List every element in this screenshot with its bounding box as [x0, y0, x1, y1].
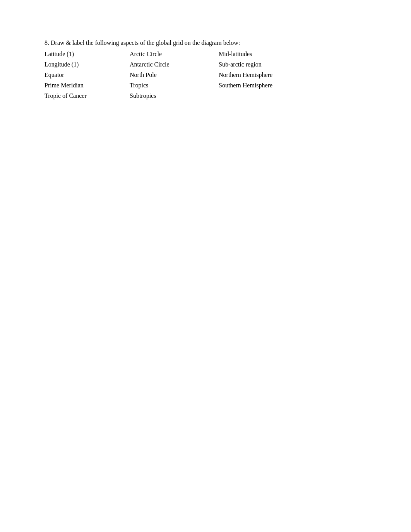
list-item: Northern Hemisphere: [219, 70, 319, 80]
list-item: Arctic Circle: [130, 49, 219, 59]
list-item: Tropic of Cancer: [45, 91, 130, 101]
list-item: Subtropics: [130, 91, 219, 101]
column-2: Arctic CircleAntarctic CircleNorth PoleT…: [130, 49, 219, 101]
list-item: Mid-latitudes: [219, 49, 319, 59]
column-3: Mid-latitudesSub-arctic regionNorthern H…: [219, 49, 319, 101]
list-item: Latitude (1): [45, 49, 130, 59]
list-item: Prime Meridian: [45, 81, 130, 90]
list-item: Tropics: [130, 81, 219, 90]
list-item: Sub-arctic region: [219, 60, 319, 70]
list-item: North Pole: [130, 70, 219, 80]
items-grid: Latitude (1)Longitude (1)EquatorPrime Me…: [45, 49, 366, 101]
list-item: Southern Hemisphere: [219, 81, 319, 90]
page-content: 8. Draw & label the following aspects of…: [0, 0, 411, 124]
list-item: Antarctic Circle: [130, 60, 219, 70]
list-item: Equator: [45, 70, 130, 80]
list-item: Longitude (1): [45, 60, 130, 70]
instruction-text: 8. Draw & label the following aspects of…: [45, 39, 366, 47]
column-1: Latitude (1)Longitude (1)EquatorPrime Me…: [45, 49, 130, 101]
